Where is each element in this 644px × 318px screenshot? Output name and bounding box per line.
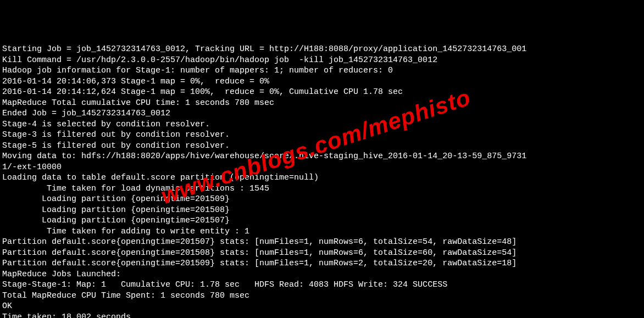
terminal-line: Loading partition {openingtime=201509} xyxy=(2,194,642,205)
terminal-line: Stage-4 is selected by condition resolve… xyxy=(2,119,642,130)
terminal-line: Time taken for load dynamic partitions :… xyxy=(2,183,642,194)
terminal-line: Stage-3 is filtered out by condition res… xyxy=(2,130,642,141)
terminal-line: Time taken: 18.002 seconds xyxy=(2,312,642,319)
terminal-line: Partition default.score{openingtime=2015… xyxy=(2,237,642,248)
terminal-line: Partition default.score{openingtime=2015… xyxy=(2,248,642,259)
terminal-line: 1/-ext-10000 xyxy=(2,162,642,173)
terminal-line: Stage-Stage-1: Map: 1 Cumulative CPU: 1.… xyxy=(2,280,642,291)
terminal-line: Stage-5 is filtered out by condition res… xyxy=(2,141,642,152)
terminal-line: Hadoop job information for Stage-1: numb… xyxy=(2,65,642,76)
terminal-line: 2016-01-14 20:14:12,624 Stage-1 map = 10… xyxy=(2,87,642,98)
terminal-line: Starting Job = job_1452732314763_0012, T… xyxy=(2,44,642,55)
terminal-line: Loading data to table default.score part… xyxy=(2,172,642,183)
terminal-line: MapReduce Jobs Launched: xyxy=(2,269,642,280)
terminal-line: Ended Job = job_1452732314763_0012 xyxy=(2,108,642,119)
terminal-line: Kill Command = /usr/hdp/2.3.0.0-2557/had… xyxy=(2,55,642,66)
terminal-line: MapReduce Total cumulative CPU time: 1 s… xyxy=(2,98,642,109)
terminal-line: Total MapReduce CPU Time Spent: 1 second… xyxy=(2,291,642,302)
terminal-line: Partition default.score{openingtime=2015… xyxy=(2,258,642,269)
terminal-line: OK xyxy=(2,301,642,312)
terminal-line: Loading partition {openingtime=201508} xyxy=(2,205,642,216)
terminal-line: 2016-01-14 20:14:06,373 Stage-1 map = 0%… xyxy=(2,76,642,87)
terminal-line: Moving data to: hdfs://h188:8020/apps/hi… xyxy=(2,151,642,162)
terminal-output: Starting Job = job_1452732314763_0012, T… xyxy=(2,44,642,318)
terminal-line: Time taken for adding to write entity : … xyxy=(2,226,642,237)
terminal-line: Loading partition {openingtime=201507} xyxy=(2,215,642,226)
